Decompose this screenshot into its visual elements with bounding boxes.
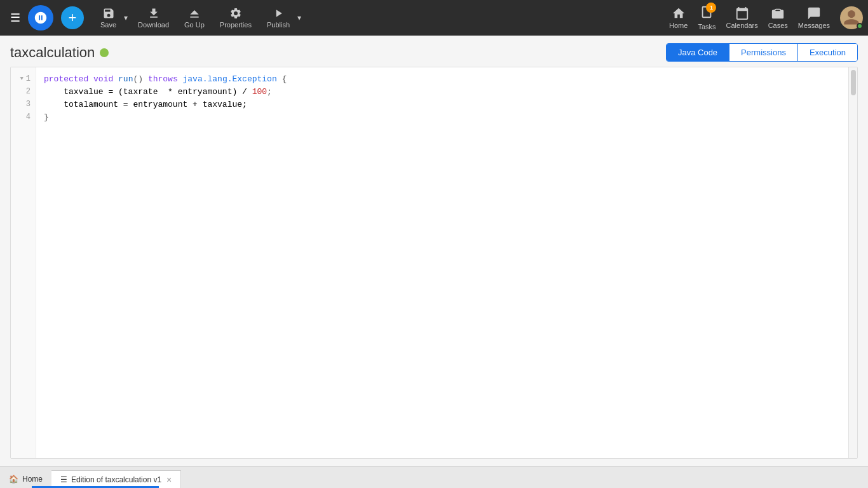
tab-java-code[interactable]: Java Code — [667, 44, 729, 61]
code-line-2: taxvalue = (taxrate * entryamount) / 100… — [44, 85, 841, 98]
status-dot — [100, 48, 109, 57]
punct-paren: () — [133, 74, 147, 84]
punct-brace-open: { — [277, 74, 287, 84]
toolbar-right: Home 1 Tasks Calendars Cases — [669, 5, 863, 30]
editor-container: taxcalculation Java Code Permissions Exe… — [0, 36, 868, 466]
home-tab-icon: 🏠 — [9, 475, 18, 484]
keyword-void: void — [93, 74, 113, 84]
line-num-2: 2 — [11, 85, 36, 98]
bottom-tabs-wrapper: 🏠 Home ☰ Edition of taxcalculation v1 × — [0, 466, 868, 488]
line-numbers: ▼ 1 2 3 4 — [11, 67, 36, 458]
add-button[interactable]: + — [61, 6, 84, 29]
nav-calendars[interactable]: Calendars — [726, 6, 758, 29]
publish-button[interactable]: Publish — [261, 4, 296, 31]
code-content: ▼ 1 2 3 4 protected void run () — [11, 67, 857, 458]
scrollbar-thumb[interactable] — [851, 70, 856, 95]
go-up-button[interactable]: Go Up — [178, 4, 211, 31]
tab-permissions[interactable]: Permissions — [729, 44, 798, 61]
tasks-badge: 1 — [706, 3, 716, 13]
page-title: taxcalculation — [10, 44, 95, 61]
title-bar: taxcalculation Java Code Permissions Exe… — [10, 43, 858, 62]
edition-tab-icon: ☰ — [60, 475, 67, 484]
main-area: taxcalculation Java Code Permissions Exe… — [0, 36, 868, 488]
nav-cases[interactable]: Cases — [768, 6, 788, 29]
publish-group: Publish ▾ — [261, 4, 302, 31]
code-line-4: } — [44, 111, 841, 123]
code-line-1: protected void run () throws java.lang.E… — [44, 72, 841, 85]
editor-tabs: Java Code Permissions Execution — [666, 43, 858, 62]
save-dropdown-arrow[interactable]: ▾ — [123, 11, 129, 25]
collapse-arrow-1[interactable]: ▼ — [20, 76, 23, 82]
code-lines: protected void run () throws java.lang.E… — [36, 67, 848, 458]
toolbar-actions: Save ▾ Download Go Up — [94, 4, 669, 31]
save-group: Save ▾ — [94, 4, 129, 31]
number-100: 100 — [252, 87, 267, 97]
bottom-tab-edition[interactable]: ☰ Edition of taxcalculation v1 × — [51, 470, 181, 488]
keyword-protected: protected — [44, 74, 88, 84]
line-num-4: 4 — [11, 111, 36, 123]
keyword-throws: throws — [148, 74, 178, 84]
title-left: taxcalculation — [10, 44, 109, 61]
properties-button[interactable]: Properties — [214, 4, 258, 31]
nav-home[interactable]: Home — [669, 6, 688, 29]
user-avatar[interactable] — [840, 6, 863, 29]
bottom-tabs: 🏠 Home ☰ Edition of taxcalculation v1 × — [0, 466, 868, 488]
app-logo — [28, 5, 53, 30]
method-name: run — [118, 74, 133, 84]
hamburger-menu-icon[interactable]: ☰ — [5, 6, 25, 30]
avatar-online-dot — [857, 23, 863, 29]
code-editor[interactable]: ▼ 1 2 3 4 protected void run () — [10, 67, 858, 459]
download-group: Download — [132, 4, 175, 31]
save-button[interactable]: Save — [94, 4, 123, 31]
class-ref: java.lang.Exception — [183, 74, 277, 84]
publish-dropdown-arrow[interactable]: ▾ — [296, 11, 302, 25]
scrollbar-track[interactable] — [848, 67, 857, 458]
toolbar: ☰ + Save ▾ Download — [0, 0, 868, 36]
nav-messages[interactable]: Messages — [798, 6, 830, 29]
nav-tasks[interactable]: 1 Tasks — [698, 5, 715, 30]
bottom-tab-home[interactable]: 🏠 Home — [0, 470, 51, 488]
line-num-3: 3 — [11, 98, 36, 111]
tab-execution[interactable]: Execution — [798, 44, 857, 61]
edition-tab-close[interactable]: × — [166, 475, 172, 485]
line-num-1: ▼ 1 — [11, 72, 36, 85]
download-button[interactable]: Download — [132, 4, 175, 31]
code-line-3: totalamount = entryamount + taxvalue; — [44, 98, 841, 111]
